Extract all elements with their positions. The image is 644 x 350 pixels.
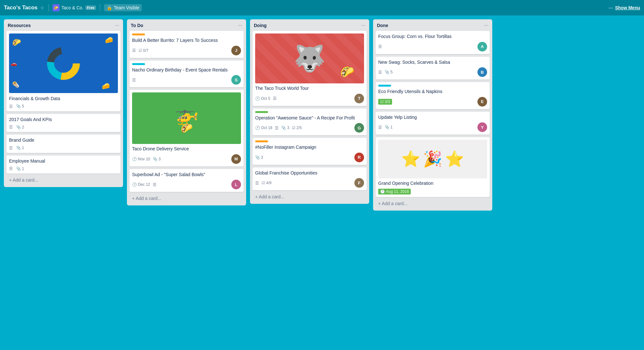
card-financials[interactable]: 🌮 🧀 🌯 🧀 🚗 Financials & Growth Data ☰ 📎 5 <box>6 31 120 111</box>
card-title-franchise: Global Franchise Opportunities <box>255 170 364 176</box>
clock-icon: 🕐 <box>132 182 137 187</box>
description-indicator: ☰ <box>378 125 382 130</box>
description-indicator: ☰ <box>9 146 13 150</box>
meta-left: 🕐 Nov 10 📎 3 <box>132 157 161 161</box>
card-goals[interactable]: 2017 Goals And KPIs ☰ 📎 2 <box>6 114 120 132</box>
card-meta-goals: ☰ 📎 2 <box>9 125 118 129</box>
workspace-selector[interactable]: 🌮 Taco & Co. Free <box>53 4 96 11</box>
description-indicator: ☰ <box>9 166 13 171</box>
card-meta-financials: ☰ 📎 5 <box>9 104 118 109</box>
card-avatar-yelp: Y <box>477 122 487 132</box>
add-card-todo[interactable]: + Add a card... <box>130 194 244 203</box>
date-value: Aug 11, 2016 <box>386 189 409 194</box>
card-avatar-superbowl: L <box>231 180 241 189</box>
column-done: Done ··· Focus Group: Corn vs. Flour Tor… <box>373 19 492 211</box>
card-avatar-focus-group: A <box>477 42 487 52</box>
card-nacho[interactable]: Nacho Ordinary Birthday - Event Space Re… <box>130 61 244 88</box>
wolf-mascot-icon: 🐺 <box>293 43 326 74</box>
attachments-indicator: 📎 1 <box>385 125 393 129</box>
card-yelp[interactable]: Update Yelp Listing ☰ 📎 1 Y <box>376 112 490 135</box>
attachment-icon: 📎 <box>281 126 286 130</box>
card-meta-nacho: ☰ S <box>132 75 241 85</box>
cards-list-doing: 🐺 🌮 The Taco Truck World Tour 🕐 Oct 5 ☰ <box>250 31 369 190</box>
description-icon: ☰ <box>378 125 382 130</box>
star-icon[interactable]: ☆ <box>40 5 44 10</box>
card-burrito[interactable]: Build A Better Burrito: 7 Layers To Succ… <box>130 31 244 58</box>
celebration-image: ⭐ 🎉 ⭐ <box>378 140 487 178</box>
add-card-resources[interactable]: + Add a card... <box>6 175 120 184</box>
financials-chart-image: 🌮 🧀 🌯 🧀 🚗 <box>9 33 118 93</box>
meta-left: ☰ 📎 1 <box>378 125 393 130</box>
attachments-indicator: 📎 3 <box>153 157 161 161</box>
attachment-icon: 📎 <box>255 155 260 160</box>
card-meta-instagram: 📎 3 R <box>255 153 364 162</box>
card-title-taco-tour: The Taco Truck World Tour <box>255 85 364 92</box>
card-superbowl[interactable]: Superbowl Ad - "Super Salad Bowls" 🕐 Dec… <box>130 169 244 192</box>
taco-decoration-icon: 🌮 <box>340 65 354 79</box>
card-taco-tour[interactable]: 🐺 🌮 The Taco Truck World Tour 🕐 Oct 5 ☰ <box>253 31 367 106</box>
card-eco[interactable]: Eco Friendly Utensils & Napkins ☑ 3/3 E <box>376 82 490 109</box>
checklist-count: 2/5 <box>296 126 302 130</box>
card-employee-manual[interactable]: Employee Manual ☰ 📎 1 <box>6 156 120 174</box>
add-card-done[interactable]: + Add a card... <box>376 199 490 208</box>
meta-left: ☰ ☑ 0/7 <box>132 48 149 53</box>
attachment-icon: 📎 <box>385 125 389 129</box>
checklist-count: 4/9 <box>266 181 272 185</box>
card-franchise[interactable]: Global Franchise Opportunities ☰ ☑ 4/9 F <box>253 167 367 191</box>
card-brand[interactable]: Brand Guide ☰ 📎 1 <box>6 135 120 153</box>
date-value: Dec 12 <box>138 182 150 187</box>
card-meta-drone: 🕐 Nov 10 📎 3 M <box>132 154 241 164</box>
description-indicator: ☰ <box>273 96 277 101</box>
column-header-done: Done ··· <box>373 19 492 31</box>
attachment-count: 3 <box>261 155 263 160</box>
column-menu-doing[interactable]: ··· <box>361 23 365 28</box>
header-right: ··· Show Menu <box>608 5 640 11</box>
card-meta-taco-tour: 🕐 Oct 5 ☰ T <box>255 94 364 103</box>
column-header-resources: Resources ··· <box>4 19 123 31</box>
card-title-burrito: Build A Better Burrito: 7 Layers To Succ… <box>132 37 241 44</box>
add-card-doing[interactable]: + Add a card... <box>253 192 367 201</box>
description-icon: ☰ <box>9 146 13 150</box>
column-menu-done[interactable]: ··· <box>484 23 488 28</box>
show-menu-button[interactable]: Show Menu <box>615 5 640 10</box>
card-meta-employee: ☰ 📎 1 <box>9 166 118 171</box>
attachment-icon: 📎 <box>16 146 21 150</box>
header-divider <box>48 4 49 11</box>
description-icon: ☰ <box>275 126 279 130</box>
workspace-icon: 🌮 <box>53 4 60 11</box>
attachments-indicator: 📎 2 <box>16 125 24 129</box>
description-icon: ☰ <box>153 182 157 187</box>
clock-icon: 🕐 <box>255 96 260 101</box>
card-meta-awesome-sauce: 🕐 Oct 18 ☰ 📎 3 ☑ 2/5 <box>255 123 364 133</box>
card-awesome-sauce[interactable]: Operation "Awesome Sauce" - A Recipe For… <box>253 109 367 136</box>
card-drone[interactable]: 🚁 🌮 Taco Drone Delivery Service 🕐 Nov 10… <box>130 90 244 166</box>
date-indicator: 🕐 Oct 5 <box>255 96 270 101</box>
card-avatar-eco: E <box>477 97 487 107</box>
description-indicator: ☰ <box>9 104 13 109</box>
attachment-icon: 📎 <box>153 157 158 161</box>
more-options-icon[interactable]: ··· <box>608 5 613 11</box>
date-value: Oct 5 <box>261 96 270 101</box>
card-avatar-drone: M <box>231 154 241 164</box>
checklist-indicator: ☑ 2/5 <box>292 126 302 130</box>
card-instagram[interactable]: #NoFiller Instagram Campaign 📎 3 R <box>253 138 367 165</box>
card-meta-yelp: ☰ 📎 1 Y <box>378 122 487 132</box>
header-divider-2 <box>100 4 100 11</box>
label-bar-cyan <box>132 63 145 65</box>
column-menu-todo[interactable]: ··· <box>238 23 242 28</box>
checklist-icon: ☑ <box>380 99 384 104</box>
label-bar-cyan <box>378 85 391 87</box>
card-title-swag: New Swag: Socks, Scarves & Salsa <box>378 59 487 66</box>
visibility-selector[interactable]: 🔒 Team Visible <box>104 4 142 11</box>
svg-point-3 <box>58 58 69 69</box>
card-focus-group[interactable]: Focus Group: Corn vs. Flour Tortillas ☰ … <box>376 31 490 54</box>
card-meta-focus-group: ☰ A <box>378 42 487 52</box>
visibility-label: Team Visible <box>114 5 139 10</box>
card-grand-opening[interactable]: ⭐ 🎉 ⭐ Grand Opening Celebration 🕐 Aug 11… <box>376 137 490 197</box>
date-indicator: 🕐 Dec 12 <box>132 182 150 187</box>
card-title-goals: 2017 Goals And KPIs <box>9 117 118 123</box>
checklist-icon: ☑ <box>262 181 265 185</box>
card-swag[interactable]: New Swag: Socks, Scarves & Salsa ☰ 📎 5 B <box>376 57 490 80</box>
column-menu-resources[interactable]: ··· <box>115 23 119 28</box>
description-indicator: ☰ <box>132 78 136 82</box>
